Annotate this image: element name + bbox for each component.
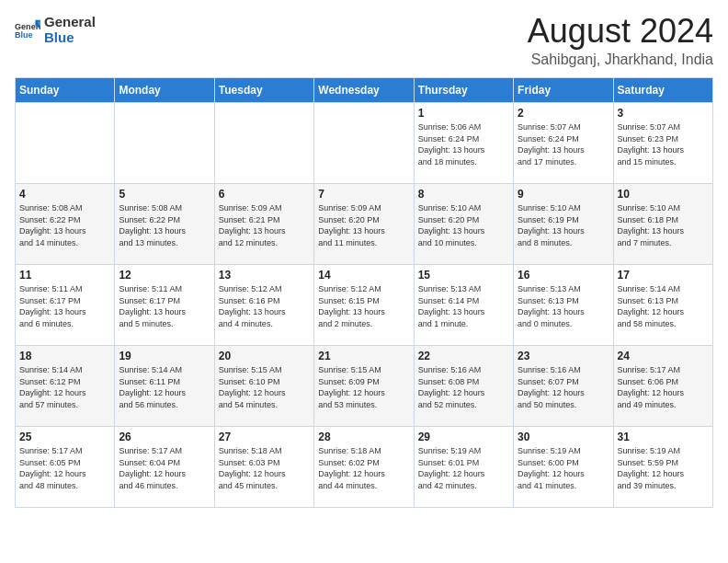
day-number: 11 (19, 269, 110, 282)
logo-icon: General Blue (15, 17, 40, 43)
day-info: Sunrise: 5:06 AM Sunset: 6:24 PM Dayligh… (418, 121, 509, 167)
calendar-cell: 27Sunrise: 5:18 AM Sunset: 6:03 PM Dayli… (214, 427, 313, 508)
day-number: 14 (318, 269, 409, 282)
day-number: 19 (119, 350, 210, 362)
calendar-cell: 19Sunrise: 5:14 AM Sunset: 6:11 PM Dayli… (115, 346, 214, 427)
calendar-cell (214, 103, 313, 184)
day-info: Sunrise: 5:19 AM Sunset: 6:00 PM Dayligh… (518, 445, 609, 491)
day-info: Sunrise: 5:18 AM Sunset: 6:02 PM Dayligh… (318, 445, 409, 491)
day-info: Sunrise: 5:07 AM Sunset: 6:23 PM Dayligh… (618, 121, 709, 167)
title-area: August 2024 Sahibganj, Jharkhand, India (528, 15, 713, 68)
weekday-header-wednesday: Wednesday (314, 78, 414, 103)
day-number: 25 (19, 431, 110, 443)
calendar-cell: 3Sunrise: 5:07 AM Sunset: 6:23 PM Daylig… (613, 103, 712, 184)
calendar-cell: 4Sunrise: 5:08 AM Sunset: 6:22 PM Daylig… (16, 184, 115, 265)
calendar-cell: 16Sunrise: 5:13 AM Sunset: 6:13 PM Dayli… (514, 265, 613, 346)
day-number: 13 (219, 269, 310, 282)
day-info: Sunrise: 5:10 AM Sunset: 6:19 PM Dayligh… (518, 202, 609, 248)
day-info: Sunrise: 5:19 AM Sunset: 5:59 PM Dayligh… (618, 445, 709, 491)
calendar-cell: 28Sunrise: 5:18 AM Sunset: 6:02 PM Dayli… (314, 427, 414, 508)
calendar-cell: 11Sunrise: 5:11 AM Sunset: 6:17 PM Dayli… (16, 265, 115, 346)
day-info: Sunrise: 5:11 AM Sunset: 6:17 PM Dayligh… (19, 283, 110, 329)
day-info: Sunrise: 5:09 AM Sunset: 6:21 PM Dayligh… (219, 202, 310, 248)
day-info: Sunrise: 5:13 AM Sunset: 6:14 PM Dayligh… (418, 283, 509, 329)
day-info: Sunrise: 5:14 AM Sunset: 6:13 PM Dayligh… (618, 283, 709, 329)
day-info: Sunrise: 5:14 AM Sunset: 6:11 PM Dayligh… (119, 364, 210, 410)
day-number: 21 (318, 350, 409, 362)
day-info: Sunrise: 5:15 AM Sunset: 6:09 PM Dayligh… (318, 364, 409, 410)
day-number: 16 (518, 269, 609, 282)
day-number: 3 (618, 107, 709, 120)
calendar-cell: 25Sunrise: 5:17 AM Sunset: 6:05 PM Dayli… (16, 427, 115, 508)
weekday-header-monday: Monday (115, 78, 214, 103)
calendar-cell: 12Sunrise: 5:11 AM Sunset: 6:17 PM Dayli… (115, 265, 214, 346)
day-number: 30 (518, 431, 609, 443)
calendar-cell: 24Sunrise: 5:17 AM Sunset: 6:06 PM Dayli… (613, 346, 712, 427)
calendar-cell: 10Sunrise: 5:10 AM Sunset: 6:18 PM Dayli… (613, 184, 712, 265)
day-info: Sunrise: 5:10 AM Sunset: 6:18 PM Dayligh… (618, 202, 709, 248)
weekday-header-saturday: Saturday (613, 78, 712, 103)
calendar-cell: 31Sunrise: 5:19 AM Sunset: 5:59 PM Dayli… (613, 427, 712, 508)
day-number: 1 (418, 107, 509, 120)
day-number: 18 (19, 350, 110, 362)
calendar-cell: 21Sunrise: 5:15 AM Sunset: 6:09 PM Dayli… (314, 346, 414, 427)
day-number: 4 (19, 188, 110, 201)
location: Sahibganj, Jharkhand, India (528, 52, 713, 68)
day-number: 31 (618, 431, 709, 443)
day-info: Sunrise: 5:17 AM Sunset: 6:04 PM Dayligh… (119, 445, 210, 491)
calendar-cell: 8Sunrise: 5:10 AM Sunset: 6:20 PM Daylig… (414, 184, 513, 265)
calendar-cell: 15Sunrise: 5:13 AM Sunset: 6:14 PM Dayli… (414, 265, 513, 346)
day-info: Sunrise: 5:09 AM Sunset: 6:20 PM Dayligh… (318, 202, 409, 248)
day-number: 2 (518, 107, 609, 120)
calendar-cell (16, 103, 115, 184)
day-info: Sunrise: 5:11 AM Sunset: 6:17 PM Dayligh… (119, 283, 210, 329)
calendar-cell: 14Sunrise: 5:12 AM Sunset: 6:15 PM Dayli… (314, 265, 414, 346)
day-number: 26 (119, 431, 210, 443)
calendar-cell: 22Sunrise: 5:16 AM Sunset: 6:08 PM Dayli… (414, 346, 513, 427)
calendar-table: SundayMondayTuesdayWednesdayThursdayFrid… (15, 77, 713, 508)
weekday-header-sunday: Sunday (16, 78, 115, 103)
day-info: Sunrise: 5:12 AM Sunset: 6:15 PM Dayligh… (318, 283, 409, 329)
calendar-cell: 6Sunrise: 5:09 AM Sunset: 6:21 PM Daylig… (214, 184, 313, 265)
day-number: 7 (318, 188, 409, 201)
calendar-cell: 2Sunrise: 5:07 AM Sunset: 6:24 PM Daylig… (514, 103, 613, 184)
day-info: Sunrise: 5:12 AM Sunset: 6:16 PM Dayligh… (219, 283, 310, 329)
calendar-cell: 30Sunrise: 5:19 AM Sunset: 6:00 PM Dayli… (514, 427, 613, 508)
day-info: Sunrise: 5:17 AM Sunset: 6:05 PM Dayligh… (19, 445, 110, 491)
calendar-cell: 5Sunrise: 5:08 AM Sunset: 6:22 PM Daylig… (115, 184, 214, 265)
calendar-cell: 20Sunrise: 5:15 AM Sunset: 6:10 PM Dayli… (214, 346, 313, 427)
weekday-header-thursday: Thursday (414, 78, 513, 103)
day-info: Sunrise: 5:13 AM Sunset: 6:13 PM Dayligh… (518, 283, 609, 329)
svg-text:Blue: Blue (15, 30, 33, 40)
calendar-cell: 26Sunrise: 5:17 AM Sunset: 6:04 PM Dayli… (115, 427, 214, 508)
day-number: 28 (318, 431, 409, 443)
day-info: Sunrise: 5:16 AM Sunset: 6:08 PM Dayligh… (418, 364, 509, 410)
calendar-cell: 13Sunrise: 5:12 AM Sunset: 6:16 PM Dayli… (214, 265, 313, 346)
day-number: 24 (618, 350, 709, 362)
day-number: 15 (418, 269, 509, 282)
day-info: Sunrise: 5:10 AM Sunset: 6:20 PM Dayligh… (418, 202, 509, 248)
calendar-cell: 7Sunrise: 5:09 AM Sunset: 6:20 PM Daylig… (314, 184, 414, 265)
logo-blue-text: Blue (44, 30, 96, 46)
calendar-cell: 18Sunrise: 5:14 AM Sunset: 6:12 PM Dayli… (16, 346, 115, 427)
calendar-cell: 9Sunrise: 5:10 AM Sunset: 6:19 PM Daylig… (514, 184, 613, 265)
calendar-cell (314, 103, 414, 184)
day-number: 8 (418, 188, 509, 201)
day-number: 27 (219, 431, 310, 443)
day-info: Sunrise: 5:18 AM Sunset: 6:03 PM Dayligh… (219, 445, 310, 491)
day-info: Sunrise: 5:19 AM Sunset: 6:01 PM Dayligh… (418, 445, 509, 491)
logo: General Blue General Blue (15, 15, 96, 45)
day-info: Sunrise: 5:17 AM Sunset: 6:06 PM Dayligh… (618, 364, 709, 410)
calendar-cell (115, 103, 214, 184)
logo-general-text: General (44, 15, 96, 30)
weekday-header-friday: Friday (514, 78, 613, 103)
day-number: 6 (219, 188, 310, 201)
month-year: August 2024 (528, 15, 713, 48)
weekday-header-tuesday: Tuesday (214, 78, 313, 103)
day-number: 29 (418, 431, 509, 443)
day-info: Sunrise: 5:16 AM Sunset: 6:07 PM Dayligh… (518, 364, 609, 410)
day-info: Sunrise: 5:14 AM Sunset: 6:12 PM Dayligh… (19, 364, 110, 410)
day-number: 12 (119, 269, 210, 282)
day-info: Sunrise: 5:15 AM Sunset: 6:10 PM Dayligh… (219, 364, 310, 410)
day-number: 5 (119, 188, 210, 201)
